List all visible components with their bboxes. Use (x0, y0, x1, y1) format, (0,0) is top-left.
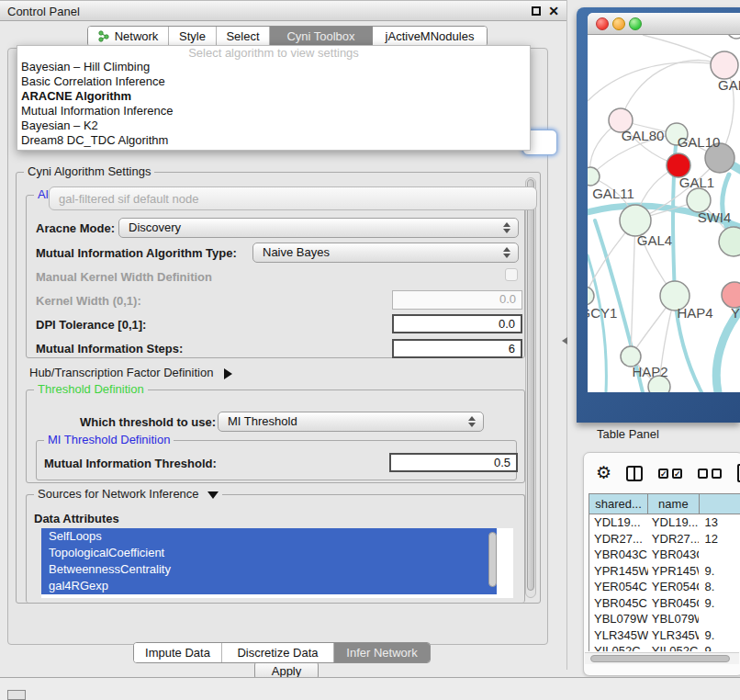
tab-cyni-toolbox[interactable]: Cyni Toolbox (270, 27, 373, 46)
table-cell[interactable]: YBL079W (589, 611, 648, 627)
table-cell[interactable] (699, 547, 740, 563)
combo-arrows-icon (468, 416, 476, 427)
table-hscrollbar-thumb[interactable] (590, 655, 730, 662)
table-row[interactable]: YBR045CYBR045C9. (589, 595, 740, 612)
mi-type-label: Mutual Information Algorithm Type: (36, 246, 237, 260)
mi-threshold-definition-group: MI Threshold Definition Mutual Informati… (36, 440, 517, 480)
table-cell[interactable] (699, 611, 740, 627)
settings-scrollbar-thumb[interactable] (527, 179, 534, 591)
data-attribute-item[interactable]: gal4RGexp (41, 578, 497, 594)
splitter-collapse-icon[interactable] (562, 337, 567, 344)
settings-scrollbar[interactable] (525, 177, 536, 598)
table-cell[interactable]: YBR045C (648, 595, 700, 612)
network-node[interactable] (722, 282, 740, 308)
table-panel: ⚙ ✓✓ shared... name YDL19...YDL19...13YD… (583, 452, 740, 676)
attributes-scrollbar[interactable] (488, 532, 497, 587)
data-attribute-item[interactable]: SelfLoops (41, 528, 497, 545)
unchecked-pair-icon[interactable] (698, 469, 722, 479)
gear-icon[interactable]: ⚙ (596, 464, 611, 482)
dpi-tolerance-input[interactable]: 0.0 (392, 314, 522, 333)
table-cell[interactable]: YDL19... (589, 514, 648, 531)
aracne-mode-combo[interactable]: Discovery (118, 218, 519, 238)
network-node[interactable] (588, 167, 600, 186)
algorithm-popup-item[interactable]: Bayesian – K2 (17, 119, 530, 133)
partial-button[interactable] (7, 690, 26, 700)
window-close-button[interactable] (596, 17, 609, 30)
columns-icon[interactable] (626, 466, 643, 481)
tab-discretize-data[interactable]: Discretize Data (222, 643, 334, 662)
network-node[interactable] (588, 287, 594, 305)
table-cell[interactable]: YPR145W (589, 563, 648, 580)
column-header-name[interactable]: name (648, 494, 700, 514)
table-row[interactable]: YDR27...YDR27...12 (589, 531, 740, 548)
algorithm-popup-item[interactable]: Mutual Information Inference (17, 104, 530, 119)
table-row[interactable]: YER054CYER054C8. (589, 579, 740, 595)
algorithm-popup-item[interactable]: Dream8 DC_TDC Algorithm (17, 133, 530, 148)
table-cell[interactable]: YBR043C (589, 547, 648, 563)
tab-jactivemnodules[interactable]: jActiveMNodules (373, 27, 487, 46)
mi-type-combo[interactable]: Naive Bayes (252, 243, 519, 263)
table-cell[interactable]: YLR345W (648, 627, 700, 644)
window-minimize-button[interactable] (612, 17, 625, 30)
table-cell[interactable]: 9. (699, 627, 740, 644)
table-row[interactable]: YLR345WYLR345W9. (589, 627, 740, 644)
float-icon[interactable] (532, 6, 541, 16)
table-cell[interactable]: YBL079W (648, 611, 700, 627)
close-icon[interactable]: ✕ (548, 4, 559, 18)
network-node[interactable] (719, 227, 740, 256)
sources-toggle[interactable]: Sources for Network Inference (34, 487, 222, 501)
table-hscrollbar[interactable] (585, 652, 739, 664)
hub-definition-toggle[interactable]: Hub/Transcription Factor Definition (29, 366, 232, 379)
table-cell[interactable]: 12 (699, 531, 740, 548)
network-canvas[interactable]: GALGAL80GAL10GAL1GAL11SWI4GAL4GCY1HAP4YH… (588, 35, 740, 392)
tab-select[interactable]: Select (217, 27, 270, 46)
tab-impute-data[interactable]: Impute Data (134, 643, 222, 662)
mi-steps-input[interactable]: 6 (392, 339, 522, 358)
mi-threshold-input[interactable]: 0.5 (389, 453, 518, 472)
table-cell[interactable]: 9. (699, 643, 740, 651)
table-row[interactable]: YBR043CYBR043C (589, 547, 740, 563)
algorithm-popup-item[interactable]: ARACNE Algorithm (17, 89, 530, 104)
table-cell[interactable]: YER054C (589, 579, 648, 595)
table-cell[interactable]: 13 (699, 514, 740, 531)
kernel-width-input[interactable]: 0.0 (392, 290, 522, 310)
data-attribute-item[interactable]: BetweennessCentrality (41, 561, 497, 578)
kernel-width-label: Kernel Width (0,1): (36, 294, 141, 308)
table-cell[interactable]: YDR27... (589, 531, 648, 548)
tab-infer-network[interactable]: Infer Network (334, 643, 430, 662)
network-node[interactable] (711, 51, 738, 79)
algorithm-popup-item[interactable]: Bayesian – Hill Climbing (17, 60, 530, 74)
table-cell[interactable]: YER054C (648, 579, 700, 595)
table-cell[interactable]: YDR27... (648, 531, 700, 548)
window-zoom-button[interactable] (629, 17, 642, 30)
table-cell[interactable]: YIL052C (589, 643, 648, 651)
table-cell[interactable]: 9. (699, 563, 740, 580)
checked-pair-icon[interactable]: ✓✓ (658, 469, 682, 479)
data-attribute-item[interactable]: TopologicalCoefficient (41, 545, 497, 561)
table-cell[interactable]: YLR345W (589, 627, 648, 644)
table-cell[interactable]: YBR043C (648, 547, 700, 563)
algorithm-popup-item[interactable]: Basic Correlation Inference (17, 74, 530, 89)
table-row[interactable]: YBL079WYBL079W (589, 611, 740, 627)
tab-network[interactable]: Network (88, 27, 169, 46)
column-header-shared[interactable]: shared... (589, 494, 648, 514)
table-row[interactable]: YPR145WYPR145W9. (589, 563, 740, 580)
column-header-partial[interactable] (700, 494, 740, 514)
tab-style[interactable]: Style (169, 27, 217, 46)
network-node[interactable] (620, 205, 651, 236)
table-cell[interactable]: YDL19... (648, 514, 700, 531)
table-row[interactable]: YIL052CYIL052C9. (589, 643, 740, 651)
table-cell[interactable]: 8. (699, 579, 740, 595)
table-body[interactable]: YDL19...YDL19...13YDR27...YDR27...12YBR0… (589, 514, 740, 651)
manual-kernel-checkbox[interactable] (505, 268, 518, 281)
which-threshold-combo[interactable]: MI Threshold (218, 412, 484, 432)
table-row[interactable]: YDL19...YDL19...13 (589, 514, 740, 531)
table-cell[interactable]: YPR145W (648, 563, 700, 580)
network-window-frame[interactable]: GALGAL80GAL10GAL1GAL11SWI4GAL4GCY1HAP4YH… (577, 7, 740, 423)
table-cell[interactable]: YIL052C (648, 643, 700, 651)
table-cell[interactable]: 9. (699, 595, 740, 612)
network-selector-combo-partial[interactable]: gal-filtered sif default node (49, 186, 537, 210)
table-cell[interactable]: YBR045C (589, 595, 648, 612)
data-attributes-list[interactable]: SelfLoopsTopologicalCoefficientBetweenne… (41, 528, 513, 598)
network-node[interactable] (727, 35, 740, 39)
